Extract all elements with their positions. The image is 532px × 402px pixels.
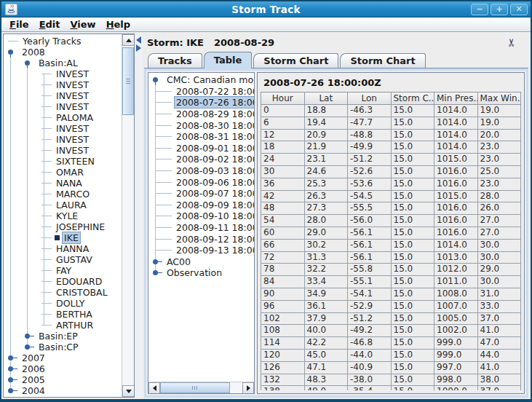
tree-node-cristobal[interactable]: CRISTOBAL: [4, 287, 134, 298]
table-row[interactable]: 3625.3-53.615.01016.023.0: [261, 178, 521, 190]
table-cell[interactable]: -46.3: [348, 105, 392, 117]
table-cell[interactable]: 15.0: [391, 386, 434, 390]
table-cell[interactable]: 41.0: [477, 361, 521, 374]
table-cell[interactable]: 6: [261, 117, 305, 129]
table-cell[interactable]: 1013.0: [434, 251, 478, 264]
table-cell[interactable]: 60: [261, 226, 305, 239]
table-cell[interactable]: 1016.0: [434, 165, 478, 178]
tree-node-2008-09-12-18-00-00z[interactable]: 2008-09-12 18:00:00Z: [148, 233, 254, 245]
table-cell[interactable]: 32.2: [304, 264, 348, 276]
table-cell[interactable]: 30.0: [477, 276, 521, 288]
menu-help[interactable]: Help: [101, 18, 135, 31]
tab-storm-chart-3[interactable]: Storm Chart: [340, 53, 425, 68]
table-cell[interactable]: 15.0: [391, 276, 434, 288]
tree-node-fay[interactable]: FAY: [4, 265, 134, 276]
table-cell[interactable]: 138: [261, 386, 305, 390]
table-cell[interactable]: 1014.0: [434, 141, 478, 154]
table-cell[interactable]: 38.0: [477, 374, 521, 386]
table-cell[interactable]: -35.4: [348, 386, 392, 390]
table-row[interactable]: 13248.3-38.015.0998.038.0: [261, 374, 521, 386]
table-cell[interactable]: 27.0: [477, 215, 521, 227]
tree-node-invest[interactable]: INVEST: [4, 101, 134, 112]
table-cell[interactable]: 15.0: [391, 361, 434, 374]
tree-collapsed-handle-icon[interactable]: [8, 375, 17, 385]
tree-node-2008-08-30-18-00-00z[interactable]: 2008-08-30 18:00:00Z: [148, 119, 254, 131]
tree-node-sixteen[interactable]: SIXTEEN: [4, 156, 134, 167]
table-cell[interactable]: 30: [261, 165, 305, 178]
table-cell[interactable]: 997.0: [434, 361, 478, 374]
table-cell[interactable]: 25.0: [477, 165, 521, 178]
table-row[interactable]: 13849.0-35.415.01000.037.0: [261, 386, 521, 390]
table-cell[interactable]: 47.0: [477, 337, 521, 350]
table-row[interactable]: 4226.3-54.515.01015.028.0: [261, 190, 521, 202]
table-cell[interactable]: 15.0: [391, 190, 434, 202]
table-row[interactable]: 1220.9-48.815.01014.020.0: [261, 129, 521, 141]
model-tree-horizontal-scrollbar[interactable]: [148, 382, 254, 393]
table-cell[interactable]: -40.9: [348, 361, 392, 374]
maximize-button[interactable]: +: [491, 4, 508, 15]
table-cell[interactable]: 42: [261, 190, 305, 202]
tree-node-2004[interactable]: 2004: [4, 385, 134, 396]
column-header-max-win[interactable]: Max Win...: [477, 92, 521, 105]
table-cell[interactable]: 15.0: [391, 129, 434, 141]
table-cell[interactable]: 15.0: [391, 178, 434, 190]
tree-node-2007[interactable]: 2007: [4, 352, 134, 363]
tree-collapsed-handle-icon[interactable]: [8, 364, 17, 374]
table-cell[interactable]: 33.0: [477, 300, 521, 312]
table-cell[interactable]: 132: [261, 374, 305, 386]
table-cell[interactable]: 96: [261, 300, 305, 312]
table-cell[interactable]: 15.0: [391, 300, 434, 312]
table-cell[interactable]: 1000.0: [434, 386, 478, 390]
table-cell[interactable]: 29.0: [304, 226, 348, 239]
table-cell[interactable]: 23.0: [477, 141, 521, 154]
table-cell[interactable]: 42.2: [304, 337, 348, 350]
table-cell[interactable]: 30.0: [477, 239, 521, 251]
table-cell[interactable]: -56.1: [348, 251, 392, 264]
table-cell[interactable]: 29.0: [477, 264, 521, 276]
table-cell[interactable]: 25.3: [304, 178, 348, 190]
table-row[interactable]: 6029.0-56.115.01016.027.0: [261, 226, 521, 239]
table-cell[interactable]: 1002.0: [434, 325, 478, 337]
table-cell[interactable]: 15.0: [391, 117, 434, 129]
table-cell[interactable]: 1015.0: [434, 154, 478, 166]
tree-collapsed-handle-icon[interactable]: [153, 268, 162, 277]
left-tree-vertical-scrollbar[interactable]: [122, 34, 134, 397]
tree-node-2006[interactable]: 2006: [4, 363, 134, 374]
table-cell[interactable]: 120: [261, 349, 305, 361]
tree-node-2008-09-01-18-00-00z[interactable]: 2008-09-01 18:00:00Z: [148, 143, 254, 154]
table-row[interactable]: 018.8-46.315.01014.019.0: [261, 105, 521, 117]
tree-node-2008-09-09-18-00-00z[interactable]: 2008-09-09 18:00:00Z: [148, 200, 254, 211]
tree-node-2008-09-02-18-00-00z[interactable]: 2008-09-02 18:00:00Z: [148, 154, 254, 165]
tree-node-nana[interactable]: NANA: [4, 178, 134, 189]
table-cell[interactable]: 48: [261, 202, 305, 215]
tree-node-yearly-tracks[interactable]: Yearly Tracks: [4, 36, 134, 47]
title-bar[interactable]: Storm Track −+✕: [1, 1, 531, 17]
tree-node-observation[interactable]: Observation: [148, 267, 254, 279]
table-cell[interactable]: 15.0: [391, 105, 434, 117]
table-cell[interactable]: 31.3: [304, 251, 348, 264]
table-cell[interactable]: 26.3: [304, 190, 348, 202]
tree-node-2008-08-29-18-00-00z[interactable]: 2008-08-29 18:00:00Z: [148, 109, 254, 120]
table-cell[interactable]: 15.0: [391, 337, 434, 350]
table-cell[interactable]: -46.8: [348, 337, 392, 350]
table-cell[interactable]: -55.5: [348, 202, 392, 215]
table-cell[interactable]: -44.0: [348, 349, 392, 361]
table-row[interactable]: 619.4-47.715.01014.019.0: [261, 117, 521, 129]
table-row[interactable]: 2423.1-51.215.01015.023.0: [261, 154, 521, 166]
table-cell[interactable]: -56.1: [348, 226, 392, 239]
collapse-left-icon[interactable]: [136, 36, 141, 44]
table-row[interactable]: 5428.0-56.015.01016.027.0: [261, 215, 521, 227]
table-cell[interactable]: 15.0: [391, 374, 434, 386]
tree-collapsed-handle-icon[interactable]: [8, 386, 17, 395]
tree-expanded-handle-icon[interactable]: [25, 58, 34, 68]
table-cell[interactable]: 30.0: [477, 251, 521, 264]
table-cell[interactable]: 20.9: [304, 129, 348, 141]
scroll-up-button[interactable]: [122, 34, 135, 46]
tab-tracks[interactable]: Tracks: [148, 53, 202, 68]
table-cell[interactable]: 18: [261, 141, 305, 154]
table-cell[interactable]: 54: [261, 215, 305, 227]
table-row[interactable]: 9636.1-52.915.01007.033.0: [261, 300, 521, 312]
table-cell[interactable]: 12: [261, 129, 305, 141]
tree-node-basin-al[interactable]: Basin:AL: [4, 58, 134, 68]
table-cell[interactable]: -52.6: [348, 165, 392, 178]
